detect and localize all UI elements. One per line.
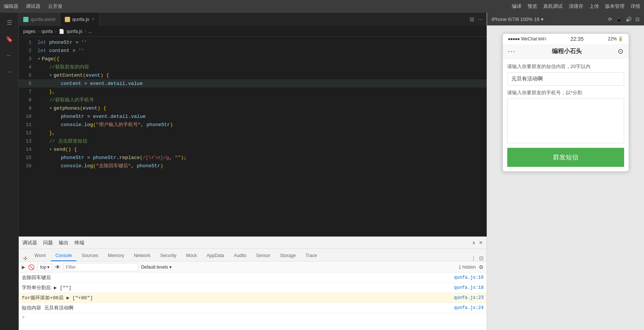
devtab-sensor[interactable]: Sensor [252,251,275,261]
tab-js-label: qunfa.js [72,16,90,22]
filter-input[interactable] [63,263,138,271]
devtab-trace[interactable]: Trace [301,251,321,261]
breadcrumb-qunfa: qunfa [42,29,53,34]
code-line-11: 11 console.log("用户输入的手机号", phoneStr) [19,120,487,129]
breadcrumb: pages › qunfa › 📄 qunfa.js › ... [19,26,487,37]
tab-wxml-label: qunfa.wxml [31,16,55,22]
devtools-tab-terminal[interactable]: 终端 [75,239,84,246]
tab-icons: ⊹ [22,255,29,261]
code-line-9: 9 ▾getphones(event) { [19,104,487,112]
menu-cloud[interactable]: 云开发 [48,3,63,10]
sidebar-forward-icon[interactable]: → [3,65,16,79]
sidebar-menu-icon[interactable]: ☰ [3,16,16,29]
phone-content-input[interactable]: 元旦有活动啊 [507,72,624,86]
sidebar-bookmark-icon[interactable]: 🔖 [3,32,16,46]
phone-content: 请输入你要群发的短信内容，20字以内 元旦有活动啊 请输入你要群发的手机号，以*… [503,59,629,171]
rotate-icon[interactable]: ⟳ [608,16,612,22]
sidebar-back-icon[interactable]: ← [3,49,16,62]
code-line-12: 12 }, [19,129,487,137]
devtools-tab-debugger[interactable]: 调试器 [22,239,37,246]
devtab-appdata[interactable]: AppData [202,251,229,261]
console-link-2[interactable]: qunfa.js:23 [454,295,484,300]
chevron-down-icon: ▾ [47,265,49,270]
console-row-1: 字符串分割后 ▶ [""] qunfa.js:18 [19,283,487,293]
sound-icon[interactable]: 🔊 [626,16,632,22]
btn-preview[interactable]: 预览 [527,3,537,10]
preview-toolbar: iPhone 6/7/8 100% 16 ▾ ⟳ 📱 🔊 ⊡ [487,13,644,25]
tab-close-btn[interactable]: ✕ [91,17,95,22]
battery-icon: 🔋 [618,36,623,42]
devtools-header: 调试器 问题 输出 终端 ∧ ✕ [19,237,487,249]
btn-compile[interactable]: 编译 [512,3,521,10]
devtools-expand-icon[interactable]: ∧ [472,240,476,245]
nav-camera-icon[interactable]: ⊙ [618,47,623,55]
devtab-storage[interactable]: Storage [276,251,300,261]
devtab-network[interactable]: Network [129,251,155,261]
devtab-console[interactable]: Console [51,251,76,261]
phone-icon[interactable]: 📱 [616,16,622,22]
devtools-tab-issues[interactable]: 问题 [43,239,53,246]
phone-phone-textarea[interactable] [507,98,624,143]
console-text-2: for循环添加+86后 ▶ ["+86"] [22,294,454,301]
levels-dropdown[interactable]: Default levels ▾ [141,265,172,270]
devtools-panel: 调试器 问题 输出 终端 ∧ ✕ ⊹ Wxml C [19,236,487,330]
devtab-security[interactable]: Security [155,251,181,261]
wifi-icon: WiFi [538,37,546,41]
console-row-3: 短信内容 元旦有活动啊 qunfa.js:24 [19,303,487,313]
menu-editor[interactable]: 编辑器 [4,3,18,10]
devtab-memory[interactable]: Memory [103,251,129,261]
phone-battery: 22% [608,36,617,42]
clear-icon[interactable]: 🚫 [28,264,34,270]
hidden-count-badge: 1 hidden [459,265,476,270]
more-tab-options[interactable]: ⋮ [471,255,476,261]
editor-area: qunfa.wxml qunfa.js ✕ ⊞ ··· pages › qunf… [19,13,487,330]
cursor-icon[interactable]: ⊹ [23,255,28,261]
devtools-toolbar: ▶ 🚫 top ▾ 👁 Default levels ▾ 1 hidden ⚙ [19,262,487,273]
phone-signal: ●●●●● [508,36,520,42]
code-editor[interactable]: 1 let phoneStr = '' 2 let content = '' 3… [19,37,487,236]
phone-content-label1: 请输入你要群发的短信内容，20字以内 [507,63,624,70]
phone-phone-label: 请输入你要群发的手机号，以*分割 [507,89,624,96]
btn-details[interactable]: 详情 [631,3,640,10]
tab-bar: qunfa.wxml qunfa.js ✕ ⊞ ··· [19,13,487,26]
sidebar: ☰ 🔖 ← → [0,13,19,330]
code-line-3: 3 ▾Page({ [19,55,487,63]
console-text-0: 去除回车键后 [22,274,454,281]
settings-icon[interactable]: ⚙ [479,264,484,270]
console-link-3[interactable]: qunfa.js:24 [454,305,484,311]
console-link-0[interactable]: qunfa.js:16 [454,275,484,280]
maximize-icon[interactable]: ⊡ [635,16,640,22]
tab-wxml[interactable]: qunfa.wxml [19,13,60,26]
btn-upload[interactable]: 上传 [589,3,599,10]
tab-js[interactable]: qunfa.js ✕ [60,13,100,26]
menu-items: 编辑器 调试器 云开发 [4,3,63,10]
devtab-wxml[interactable]: Wxml [30,251,50,261]
code-line-16: 16 console.log("去除回车键后", phoneStr) [19,162,487,170]
breadcrumb-folder-icon: 📄 [59,29,64,34]
console-caret[interactable]: > [19,313,487,322]
preview-panel: iPhone 6/7/8 100% 16 ▾ ⟳ 📱 🔊 ⊡ ●●●●● WeC… [487,13,644,330]
menu-debugger[interactable]: 调试器 [26,3,40,10]
split-editor-icon[interactable]: ⊞ [469,16,474,23]
btn-version-mgmt[interactable]: 版本管理 [605,3,625,10]
top-dropdown[interactable]: top ▾ [37,264,52,271]
console-row-2: for循环添加+86后 ▶ ["+86"] qunfa.js:23 [19,293,487,303]
breadcrumb-file: qunfa.js [67,29,82,34]
code-line-8: 8 //获取输入的手机号 [19,96,487,104]
devtab-sources[interactable]: Sources [77,251,103,261]
phone-send-btn[interactable]: 群发短信 [507,148,624,167]
devtools-header-left: 调试器 问题 输出 终端 [22,239,84,246]
play-icon[interactable]: ▶ [22,265,25,270]
eye-icon[interactable]: 👁 [55,264,60,270]
more-options-icon[interactable]: ··· [478,16,483,23]
detach-icon[interactable]: ⊡ [479,255,484,261]
console-link-1[interactable]: qunfa.js:18 [454,285,484,290]
devtab-audits[interactable]: Audits [229,251,251,261]
devtools-tab-output[interactable]: 输出 [59,239,69,246]
nav-more-icon[interactable]: ··· [508,48,516,55]
devtab-mock[interactable]: Mock [182,251,202,261]
btn-clear-cache[interactable]: 清缓存 [569,3,583,10]
devtools-close-icon[interactable]: ✕ [479,240,483,245]
device-label: iPhone 6/7/8 100% 16 ▾ [492,16,544,22]
btn-device-debug[interactable]: 真机调试 [543,3,563,10]
